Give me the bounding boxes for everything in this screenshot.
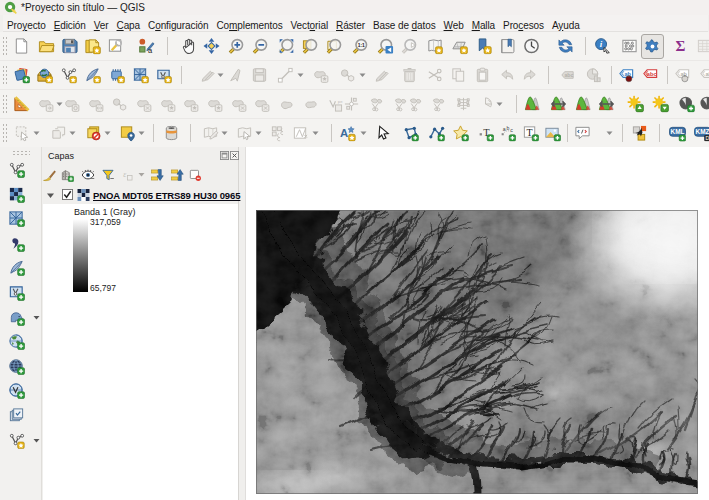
svg-text:A: A xyxy=(340,127,348,139)
svg-text:b: b xyxy=(506,125,509,131)
svg-text:a: a xyxy=(502,126,505,132)
svg-text:ab: ab xyxy=(705,71,709,77)
svg-text:a: a xyxy=(147,46,152,54)
svg-text:c: c xyxy=(510,127,513,133)
svg-text:KML: KML xyxy=(670,128,684,135)
svg-text:D: D xyxy=(705,135,709,141)
svg-text:abc: abc xyxy=(564,72,573,78)
svg-text:abc: abc xyxy=(646,71,656,77)
svg-text:ε: ε xyxy=(123,169,127,178)
svg-text:T: T xyxy=(526,127,532,138)
svg-text:1:1: 1:1 xyxy=(357,43,364,48)
svg-text:Σ: Σ xyxy=(676,38,686,54)
